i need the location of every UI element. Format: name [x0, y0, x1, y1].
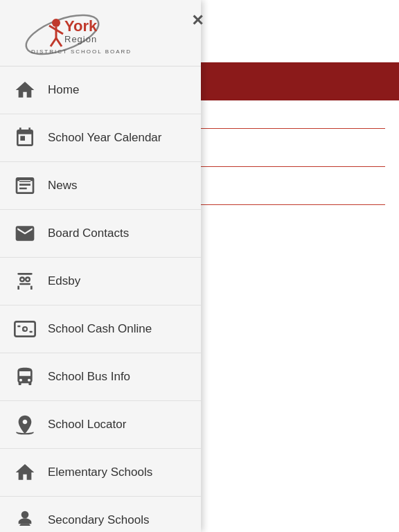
- logo-area: York Region DISTRICT SCHOOL BOARD: [0, 0, 201, 66]
- svg-text:York: York: [64, 17, 98, 35]
- menu-label-school-locator: School Locator: [48, 418, 126, 432]
- menu-item-elementary-schools[interactable]: Elementary Schools: [0, 449, 201, 497]
- svg-point-25: [21, 511, 29, 519]
- menu-item-home[interactable]: Home: [0, 66, 201, 114]
- menu-item-school-bus-info[interactable]: School Bus Info: [0, 353, 201, 401]
- svg-rect-16: [17, 286, 19, 290]
- svg-rect-17: [30, 286, 33, 290]
- svg-rect-15: [17, 273, 32, 275]
- menu-label-edsby: Edsby: [48, 274, 80, 288]
- svg-point-1: [52, 19, 60, 27]
- envelope-icon: [10, 219, 39, 248]
- secondary-icon: [10, 506, 39, 532]
- menu-container: HomeSchool Year CalendarNewsBoard Contac…: [0, 66, 201, 532]
- menu-label-school-cash-online: School Cash Online: [48, 322, 152, 336]
- close-icon: ✕: [191, 12, 204, 30]
- svg-text:DISTRICT SCHOOL BOARD: DISTRICT SCHOOL BOARD: [31, 48, 132, 55]
- bg-header: [201, 62, 399, 100]
- svg-text:Region: Region: [64, 34, 97, 44]
- calendar-icon: [10, 123, 39, 152]
- home-icon: [10, 76, 39, 105]
- svg-line-6: [56, 38, 62, 46]
- edsby-icon: [10, 267, 39, 296]
- menu-label-news: News: [48, 179, 78, 193]
- cash-icon: $: [10, 314, 39, 344]
- bg-line2: [201, 166, 385, 167]
- menu-label-school-bus-info: School Bus Info: [48, 370, 130, 384]
- svg-point-13: [26, 278, 28, 281]
- locator-icon: [10, 410, 39, 439]
- svg-rect-14: [19, 283, 30, 285]
- menu-label-school-year-calendar: School Year Calendar: [48, 131, 161, 145]
- bg-line1: [201, 128, 385, 129]
- svg-line-5: [51, 38, 56, 46]
- logo: York Region DISTRICT SCHOOL BOARD: [10, 10, 156, 59]
- menu-item-secondary-schools[interactable]: Secondary Schools: [0, 497, 201, 532]
- svg-point-12: [21, 278, 23, 281]
- menu-label-home: Home: [48, 83, 79, 97]
- menu-item-school-locator[interactable]: School Locator: [0, 401, 201, 449]
- svg-rect-22: [17, 326, 20, 328]
- menu-label-board-contacts: Board Contacts: [48, 227, 129, 240]
- menu-item-board-contacts[interactable]: Board Contacts: [0, 210, 201, 258]
- menu-item-edsby[interactable]: Edsby: [0, 258, 201, 305]
- menu-label-secondary-schools: Secondary Schools: [48, 513, 149, 527]
- svg-point-24: [23, 467, 26, 470]
- menu-label-elementary-schools: Elementary Schools: [48, 466, 152, 479]
- close-button[interactable]: ✕: [184, 7, 211, 35]
- elementary-icon: [10, 458, 39, 487]
- svg-rect-23: [30, 331, 33, 333]
- news-icon: [10, 171, 39, 200]
- svg-text:$: $: [22, 327, 25, 332]
- menu-item-news[interactable]: News: [0, 162, 201, 210]
- side-panel: York Region DISTRICT SCHOOL BOARD HomeSc…: [0, 0, 201, 532]
- bus-icon: [10, 362, 39, 391]
- menu-item-school-year-calendar[interactable]: School Year Calendar: [0, 114, 201, 162]
- menu-item-school-cash-online[interactable]: $School Cash Online: [0, 305, 201, 353]
- bg-line3: [201, 204, 385, 205]
